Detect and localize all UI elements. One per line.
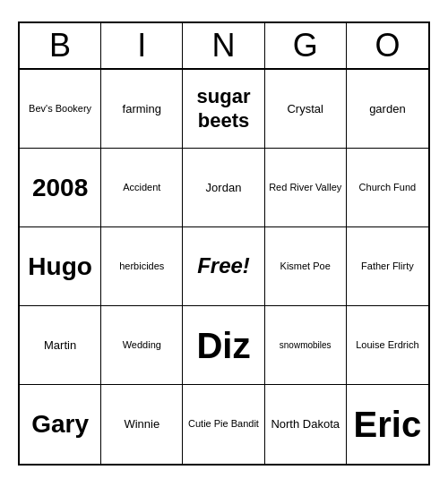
bingo-cell: Winnie: [101, 385, 183, 464]
bingo-cell: Jordan: [183, 149, 264, 227]
bingo-cell: Wedding: [101, 306, 183, 385]
bingo-cell: sugar beets: [183, 70, 264, 149]
bingo-card: BINGO Bev's Bookeryfarmingsugar beetsCry…: [18, 21, 430, 466]
bingo-header: BINGO: [20, 23, 428, 70]
bingo-cell: Gary: [20, 385, 101, 464]
header-letter: B: [20, 23, 101, 68]
bingo-cell: Eric: [347, 385, 428, 464]
bingo-cell: herbicides: [101, 227, 183, 306]
bingo-cell: Kismet Poe: [265, 227, 347, 306]
bingo-cell: Church Fund: [347, 149, 428, 227]
bingo-cell: Diz: [183, 306, 264, 385]
bingo-cell: Father Flirty: [347, 227, 428, 306]
bingo-grid: Bev's Bookeryfarmingsugar beetsCrystalga…: [20, 70, 428, 464]
bingo-cell: North Dakota: [265, 385, 347, 464]
bingo-cell: 2008: [20, 149, 101, 227]
bingo-cell: snowmobiles: [265, 306, 347, 385]
header-letter: I: [101, 23, 183, 68]
header-letter: O: [347, 23, 428, 68]
header-letter: G: [265, 23, 347, 68]
header-letter: N: [183, 23, 264, 68]
bingo-cell: Free!: [183, 227, 264, 306]
bingo-cell: farming: [101, 70, 183, 149]
bingo-cell: Accident: [101, 149, 183, 227]
bingo-cell: Red River Valley: [265, 149, 347, 227]
bingo-cell: Crystal: [265, 70, 347, 149]
bingo-cell: Cutie Pie Bandit: [183, 385, 264, 464]
bingo-cell: Martin: [20, 306, 101, 385]
bingo-cell: Louise Erdrich: [347, 306, 428, 385]
bingo-cell: garden: [347, 70, 428, 149]
bingo-cell: Hugo: [20, 227, 101, 306]
bingo-cell: Bev's Bookery: [20, 70, 101, 149]
